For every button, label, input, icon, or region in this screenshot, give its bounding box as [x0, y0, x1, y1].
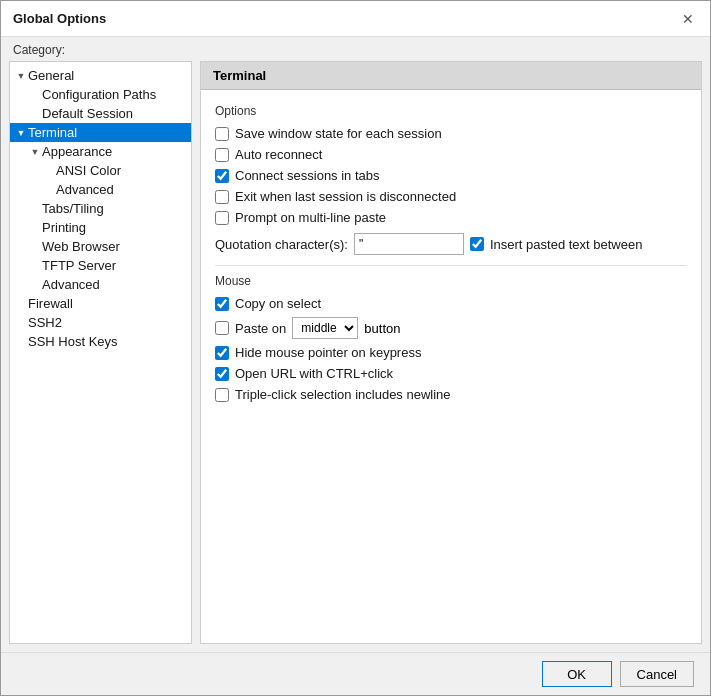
- paste-on-row: Paste on middle left right button: [215, 317, 687, 339]
- sidebar: ▼ General Configuration Paths Default Se…: [9, 61, 192, 644]
- sidebar-item-label: Advanced: [42, 277, 100, 292]
- options-group-label: Options: [215, 104, 687, 118]
- triple-click-checkbox[interactable]: [215, 388, 229, 402]
- sidebar-item-tabs-tiling[interactable]: Tabs/Tiling: [24, 199, 191, 218]
- sidebar-item-ssh2[interactable]: SSH2: [10, 313, 191, 332]
- sidebar-item-appearance[interactable]: ▼ Appearance: [24, 142, 191, 161]
- save-window-state-label: Save window state for each session: [235, 126, 442, 141]
- hide-mouse-pointer-row: Hide mouse pointer on keypress: [215, 345, 687, 360]
- auto-reconnect-row: Auto reconnect: [215, 147, 687, 162]
- prompt-multi-line-row: Prompt on multi-line paste: [215, 210, 687, 225]
- copy-on-select-label: Copy on select: [235, 296, 321, 311]
- sidebar-item-label: Printing: [42, 220, 86, 235]
- category-label: Category:: [1, 37, 710, 61]
- paste-on-label: Paste on: [235, 321, 286, 336]
- copy-on-select-checkbox[interactable]: [215, 297, 229, 311]
- copy-on-select-row: Copy on select: [215, 296, 687, 311]
- group-divider: [215, 265, 687, 266]
- dialog-title: Global Options: [13, 11, 106, 26]
- sidebar-item-ssh-host-keys[interactable]: SSH Host Keys: [10, 332, 191, 351]
- exit-when-last-checkbox[interactable]: [215, 190, 229, 204]
- sidebar-item-terminal[interactable]: ▼ Terminal: [10, 123, 191, 142]
- sidebar-item-advanced-appearance[interactable]: Advanced: [38, 180, 191, 199]
- sidebar-item-label: Terminal: [28, 125, 77, 140]
- insert-pasted-label: Insert pasted text between: [490, 237, 642, 252]
- connect-sessions-checkbox[interactable]: [215, 169, 229, 183]
- title-bar: Global Options ✕: [1, 1, 710, 37]
- sidebar-item-label: TFTP Server: [42, 258, 116, 273]
- chevron-down-icon: ▼: [14, 71, 28, 81]
- paste-on-dropdown[interactable]: middle left right: [292, 317, 358, 339]
- sidebar-item-label: General: [28, 68, 74, 83]
- section-body: Options Save window state for each sessi…: [201, 90, 701, 643]
- ok-button[interactable]: OK: [542, 661, 612, 687]
- dialog-body: ▼ General Configuration Paths Default Se…: [1, 61, 710, 652]
- sidebar-item-printing[interactable]: Printing: [24, 218, 191, 237]
- save-window-state-checkbox[interactable]: [215, 127, 229, 141]
- sidebar-item-label: Advanced: [56, 182, 114, 197]
- global-options-dialog: Global Options ✕ Category: ▼ General Con…: [0, 0, 711, 696]
- cancel-button[interactable]: Cancel: [620, 661, 694, 687]
- auto-reconnect-label: Auto reconnect: [235, 147, 322, 162]
- triple-click-row: Triple-click selection includes newline: [215, 387, 687, 402]
- connect-sessions-label: Connect sessions in tabs: [235, 168, 380, 183]
- insert-pasted-checkbox[interactable]: [470, 237, 484, 251]
- open-url-checkbox[interactable]: [215, 367, 229, 381]
- sidebar-item-label: Configuration Paths: [42, 87, 156, 102]
- open-url-row: Open URL with CTRL+click: [215, 366, 687, 381]
- save-window-state-row: Save window state for each session: [215, 126, 687, 141]
- sidebar-item-label: ANSI Color: [56, 163, 121, 178]
- mouse-group-label: Mouse: [215, 274, 687, 288]
- sidebar-item-tftp-server[interactable]: TFTP Server: [24, 256, 191, 275]
- exit-when-last-label: Exit when last session is disconnected: [235, 189, 456, 204]
- auto-reconnect-checkbox[interactable]: [215, 148, 229, 162]
- chevron-down-icon: ▼: [14, 128, 28, 138]
- sidebar-item-label: SSH Host Keys: [28, 334, 118, 349]
- sidebar-item-advanced[interactable]: Advanced: [24, 275, 191, 294]
- prompt-multi-line-label: Prompt on multi-line paste: [235, 210, 386, 225]
- prompt-multi-line-checkbox[interactable]: [215, 211, 229, 225]
- sidebar-item-label: SSH2: [28, 315, 62, 330]
- hide-mouse-pointer-checkbox[interactable]: [215, 346, 229, 360]
- sidebar-item-ansi-color[interactable]: ANSI Color: [38, 161, 191, 180]
- main-content: Terminal Options Save window state for e…: [200, 61, 702, 644]
- open-url-label: Open URL with CTRL+click: [235, 366, 393, 381]
- close-button[interactable]: ✕: [678, 9, 698, 29]
- sidebar-item-label: Web Browser: [42, 239, 120, 254]
- sidebar-item-general[interactable]: ▼ General: [10, 66, 191, 85]
- hide-mouse-pointer-label: Hide mouse pointer on keypress: [235, 345, 421, 360]
- dialog-footer: OK Cancel: [1, 652, 710, 695]
- quotation-row: Quotation character(s): Insert pasted te…: [215, 233, 687, 255]
- paste-on-button-label: button: [364, 321, 400, 336]
- quotation-input[interactable]: [354, 233, 464, 255]
- chevron-down-icon: ▼: [28, 147, 42, 157]
- section-header: Terminal: [201, 62, 701, 90]
- sidebar-item-firewall[interactable]: Firewall: [10, 294, 191, 313]
- triple-click-label: Triple-click selection includes newline: [235, 387, 451, 402]
- quotation-label: Quotation character(s):: [215, 237, 348, 252]
- sidebar-item-label: Default Session: [42, 106, 133, 121]
- sidebar-item-label: Firewall: [28, 296, 73, 311]
- sidebar-item-configuration-paths[interactable]: Configuration Paths: [24, 85, 191, 104]
- paste-on-checkbox[interactable]: [215, 321, 229, 335]
- sidebar-item-label: Tabs/Tiling: [42, 201, 104, 216]
- sidebar-item-web-browser[interactable]: Web Browser: [24, 237, 191, 256]
- exit-when-last-row: Exit when last session is disconnected: [215, 189, 687, 204]
- connect-sessions-row: Connect sessions in tabs: [215, 168, 687, 183]
- sidebar-item-label: Appearance: [42, 144, 112, 159]
- sidebar-item-default-session[interactable]: Default Session: [24, 104, 191, 123]
